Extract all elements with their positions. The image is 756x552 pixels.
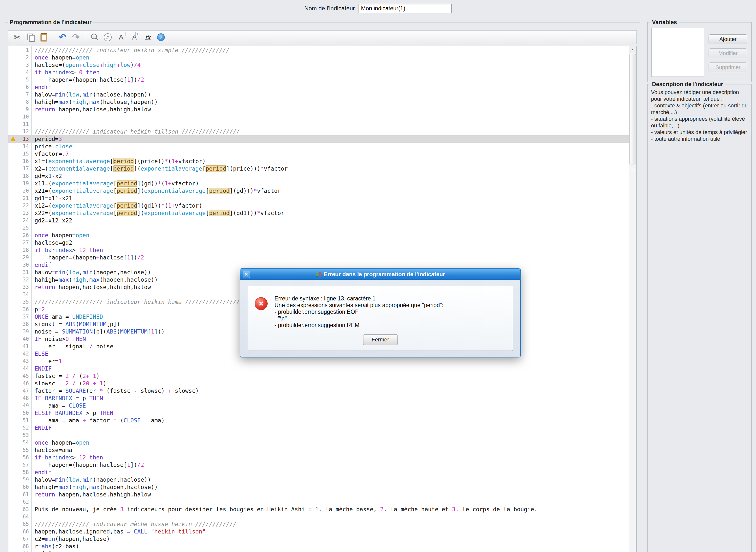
line-number-gutter: 30 bbox=[8, 261, 32, 269]
code-line[interactable]: 16x1=(exponentialaverage[period](price))… bbox=[8, 157, 629, 165]
paste-icon[interactable] bbox=[38, 32, 49, 43]
code-line[interactable]: 10 bbox=[8, 113, 629, 121]
dialog-body: ✕ Erreur de syntaxe : ligne 13, caractèr… bbox=[240, 280, 520, 357]
code-text bbox=[32, 113, 34, 121]
line-number-gutter: 67 bbox=[8, 535, 32, 543]
code-line[interactable]: 12//////////////// indicateur heikin til… bbox=[8, 128, 629, 135]
code-line[interactable]: 27haclose=gd2 bbox=[8, 239, 629, 246]
code-line[interactable]: 48IF BARINDEX = p THEN bbox=[8, 395, 629, 402]
code-line[interactable]: 20x21=(exponentialaverage[period](expone… bbox=[8, 187, 629, 194]
code-line[interactable]: 3haclose=(open+close+high+low)/4 bbox=[8, 61, 629, 68]
code-line[interactable]: 56if barindex> 12 then bbox=[8, 454, 629, 461]
code-line[interactable]: 28if barindex> 12 then bbox=[8, 246, 629, 254]
function-icon[interactable] bbox=[142, 32, 153, 43]
code-line[interactable]: 52ENDIF bbox=[8, 424, 629, 431]
code-line[interactable]: 2once haopen=open bbox=[8, 54, 629, 61]
help-icon[interactable] bbox=[156, 32, 167, 43]
code-text: //////////////// indicateur heikin tills… bbox=[32, 128, 240, 135]
line-number: 22 bbox=[23, 203, 29, 209]
code-line[interactable]: 1///////////////// indicateur heikin sim… bbox=[8, 46, 629, 54]
dialog-title-bar[interactable]: ✕ Erreur dans la programmation de l'indi… bbox=[240, 269, 520, 280]
code-line[interactable]: 17x2=(exponentialaverage[period](exponen… bbox=[8, 165, 629, 172]
editor-scrollbar[interactable]: ▲ bbox=[629, 46, 636, 552]
code-line[interactable]: 18gd=x1-x2 bbox=[8, 172, 629, 180]
code-line[interactable]: 43 er=1 bbox=[8, 358, 629, 365]
code-line[interactable]: 25 bbox=[8, 224, 629, 232]
code-line[interactable]: 45fastsc = 2 / (2+ 1) bbox=[8, 372, 629, 380]
code-line[interactable]: 59halow=min(low,min(haopen,haclose)) bbox=[8, 476, 629, 484]
font-decrease-icon[interactable] bbox=[116, 32, 126, 43]
description-line: - valeurs et unités de temps à privilégi… bbox=[651, 129, 748, 136]
code-line[interactable]: 13period=3 bbox=[8, 135, 629, 143]
code-line[interactable]: 54once haopen=open bbox=[8, 439, 629, 446]
code-line[interactable]: 55haclose=ama bbox=[8, 446, 629, 454]
code-line[interactable]: 62 bbox=[8, 498, 629, 506]
line-number-gutter: 32 bbox=[8, 276, 32, 283]
code-line[interactable]: 69c=(c2 bbox=[8, 550, 629, 552]
variables-list[interactable] bbox=[651, 28, 704, 77]
description-panel-title: Description de l'indicateur bbox=[650, 81, 725, 88]
code-line[interactable]: 23x22=(exponentialaverage[period](expone… bbox=[8, 210, 629, 217]
comment-icon[interactable] bbox=[102, 32, 113, 43]
line-number: 20 bbox=[23, 188, 29, 194]
redo-icon[interactable] bbox=[71, 32, 81, 43]
code-line[interactable]: 65//////////////// indicateur mèche bass… bbox=[8, 520, 629, 528]
code-text: ama = CLOSE bbox=[32, 402, 86, 409]
code-line[interactable]: 51 ama = ama + factor * (CLOSE - ama) bbox=[8, 417, 629, 424]
code-line[interactable]: 14price=close bbox=[8, 143, 629, 150]
ajouter-button[interactable]: Ajouter bbox=[709, 34, 747, 44]
code-line[interactable]: 60hahigh=max(high,max(haopen,haclose)) bbox=[8, 484, 629, 491]
search-icon[interactable] bbox=[89, 32, 100, 43]
code-line[interactable]: 58endif bbox=[8, 468, 629, 476]
line-number-gutter: 54 bbox=[8, 439, 32, 446]
scroll-up-icon[interactable]: ▲ bbox=[629, 46, 636, 53]
code-line[interactable]: 61return haopen,haclose,hahigh,halow bbox=[8, 491, 629, 498]
code-line[interactable]: 9return haopen,haclose,hahigh,halow bbox=[8, 106, 629, 113]
code-line[interactable]: 46slowsc = 2 / (20 + 1) bbox=[8, 380, 629, 387]
code-line[interactable]: 53 bbox=[8, 431, 629, 439]
line-number: 31 bbox=[23, 269, 29, 275]
code-line[interactable]: 30endif bbox=[8, 261, 629, 269]
line-number: 13 bbox=[23, 136, 29, 142]
line-number: 60 bbox=[23, 484, 29, 490]
code-line[interactable]: 64 bbox=[8, 513, 629, 520]
code-line[interactable]: 66haopen,haclose,ignored,bas = CALL "hei… bbox=[8, 528, 629, 535]
code-line[interactable]: 5 haopen=(haopen+haclose[1])/2 bbox=[8, 76, 629, 84]
code-line[interactable]: 11 bbox=[8, 121, 629, 128]
line-number-gutter: 47 bbox=[8, 387, 32, 395]
code-line[interactable]: 6endif bbox=[8, 84, 629, 91]
code-line[interactable]: 22x12=(exponentialaverage[period](gd1))*… bbox=[8, 202, 629, 210]
code-line[interactable]: 19x11=(exponentialaverage[period](gd))*(… bbox=[8, 180, 629, 187]
code-line[interactable]: 47factor = SQUARE(er * (fastsc - slowsc)… bbox=[8, 387, 629, 395]
cut-icon[interactable] bbox=[12, 32, 23, 43]
line-number-gutter: 45 bbox=[8, 372, 32, 380]
indicator-name-input[interactable] bbox=[358, 4, 452, 13]
code-line[interactable]: 29 haopen=(haopen+haclose[1])/2 bbox=[8, 254, 629, 261]
code-line[interactable]: 68r=abs(c2-bas) bbox=[8, 543, 629, 550]
code-line[interactable]: 4if barindex> 0 then bbox=[8, 68, 629, 76]
line-number-gutter: 49 bbox=[8, 402, 32, 409]
undo-icon[interactable] bbox=[57, 32, 68, 43]
code-line[interactable]: 21gd1=x11-x21 bbox=[8, 194, 629, 202]
scrollbar-thumb[interactable] bbox=[630, 54, 636, 164]
code-line[interactable]: 57 haopen=(haopen+haclose[1])/2 bbox=[8, 461, 629, 468]
copy-icon[interactable] bbox=[25, 32, 36, 43]
code-line[interactable]: 7halow=min(low,min(haclose,haopen)) bbox=[8, 91, 629, 98]
code-text: endif bbox=[32, 261, 51, 269]
fermer-button[interactable]: Fermer bbox=[363, 334, 398, 345]
code-line[interactable]: 8hahigh=max(high,max(haclose,haopen)) bbox=[8, 98, 629, 106]
line-number-gutter: 64 bbox=[8, 513, 32, 520]
code-line[interactable]: 44ENDIF bbox=[8, 365, 629, 372]
description-text: Vous pouvez rédiger une description pour… bbox=[651, 89, 748, 142]
code-line[interactable]: 63Puis de nouveau, je crée 3 indicateurs… bbox=[8, 506, 629, 513]
code-line[interactable]: 24gd2=x12-x22 bbox=[8, 217, 629, 224]
code-line[interactable]: 15vfactor=.7 bbox=[8, 150, 629, 157]
dialog-close-icon[interactable]: ✕ bbox=[243, 271, 250, 278]
code-line[interactable]: 26once haopen=open bbox=[8, 232, 629, 239]
code-line[interactable]: 49 ama = CLOSE bbox=[8, 402, 629, 409]
code-line[interactable]: 67c2=min(haopen,haclose) bbox=[8, 535, 629, 543]
font-increase-icon[interactable] bbox=[129, 32, 140, 43]
code-text: vfactor=.7 bbox=[32, 150, 69, 157]
code-line[interactable]: 50ELSIF BARINDEX > p THEN bbox=[8, 409, 629, 417]
line-number: 1 bbox=[26, 47, 29, 53]
